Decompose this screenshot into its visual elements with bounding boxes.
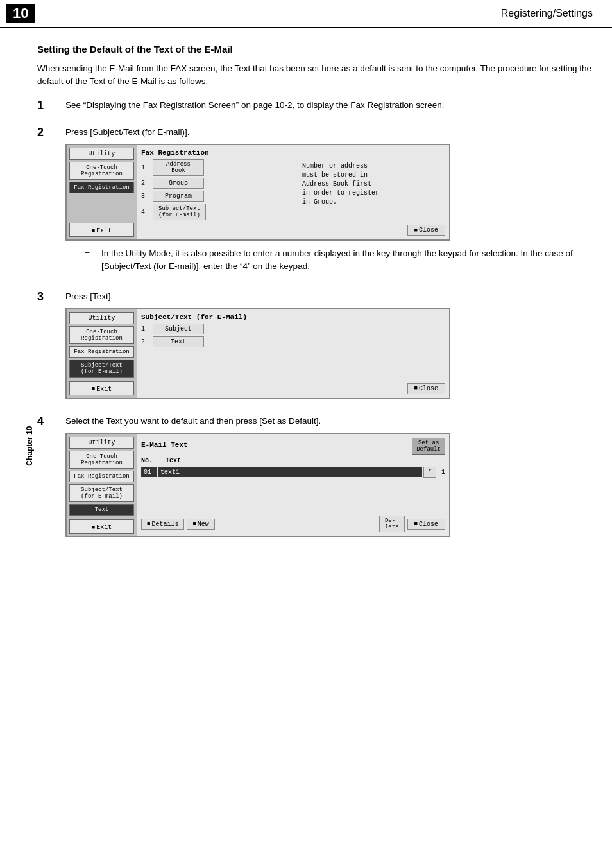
- step-1-text: See “Displaying the Fax Registration Scr…: [65, 99, 593, 112]
- left-sidebar: Chapter 10 Registering/Settings: [0, 35, 24, 856]
- screen2-row-2: 2 Text: [141, 336, 445, 347]
- row1-text: text1: [158, 467, 422, 477]
- screen2-nav: Utility One-TouchRegistration Fax Regist…: [67, 309, 137, 398]
- screen2-main: Subject/Text (for E-Mail) 1 Subject 2 Te…: [137, 309, 449, 398]
- screen1-btn-subject[interactable]: Subject/Text(for E-mail): [153, 204, 206, 220]
- screen2-title: Subject/Text (for E-Mail): [141, 313, 445, 321]
- screen1-btn-program[interactable]: Program: [153, 191, 204, 202]
- step-2-number: 2: [37, 126, 55, 139]
- step-3-text: Press [Text].: [65, 290, 593, 303]
- screen3-nav: Utility One-TouchRegistration Fax Regist…: [67, 434, 137, 536]
- step-2: 2 Press [Subject/Text (for E-mail)]. Uti…: [37, 126, 593, 281]
- screen2-footer: ■ Close: [141, 381, 445, 394]
- screen3-right-footer: De-lete ■ Close: [379, 516, 445, 532]
- step-4-number: 4: [37, 415, 55, 428]
- delete-btn[interactable]: De-lete: [379, 516, 405, 532]
- screen1-close-btn[interactable]: ■ Close: [407, 225, 445, 236]
- note-dash-symbol: –: [85, 247, 95, 273]
- screen3-nav-subject[interactable]: Subject/Text(for E-mail): [69, 484, 134, 502]
- screen1-nav-utility[interactable]: Utility: [69, 148, 134, 160]
- step-3: 3 Press [Text]. Utility One-TouchRegistr…: [37, 290, 593, 406]
- section-heading: Setting the Default of the Text of the E…: [37, 44, 593, 55]
- step-3-number: 3: [37, 290, 55, 304]
- header-title: Registering/Settings: [501, 8, 593, 19]
- step-4-text: Select the Text you want to default and …: [65, 415, 593, 428]
- email-table-row-1: 01 text1 * 1: [141, 467, 445, 478]
- screen-mockup-1: Utility One-TouchRegistration Fax Regist…: [65, 144, 450, 241]
- screen3-footer: ■ Details ■ New De-lete ■ Close: [141, 513, 445, 532]
- details-btn[interactable]: ■ Details: [141, 519, 184, 530]
- screen3-title: E-Mail Text: [141, 441, 188, 449]
- intro-text: When sending the E-Mail from the FAX scr…: [37, 62, 593, 89]
- table-header-text: Text: [166, 457, 181, 464]
- row1-page: 1: [438, 469, 445, 476]
- screen1-nav-faxreg[interactable]: Fax Registration: [69, 182, 134, 193]
- new-btn[interactable]: ■ New: [187, 519, 214, 530]
- screen1-row-4: 4 Subject/Text(for E-mail): [141, 204, 291, 220]
- step-2-note: – In the Utility Mode, it is also possib…: [85, 247, 574, 273]
- step-1-number: 1: [37, 99, 55, 112]
- page-header: 10 Registering/Settings: [0, 0, 612, 28]
- screen1-info-text: Number or addressmust be stored inAddres…: [302, 162, 445, 207]
- screen2-nav-subject[interactable]: Subject/Text(for E-mail): [69, 360, 134, 378]
- screen2-btn-text[interactable]: Text: [153, 336, 204, 347]
- step-1: 1 See “Displaying the Fax Registration S…: [37, 99, 593, 117]
- screen3-header: E-Mail Text Set asDefault: [141, 438, 445, 455]
- step-4-content: Select the Text you want to default and …: [65, 415, 593, 544]
- screen3-nav-onetouch[interactable]: One-TouchRegistration: [69, 451, 134, 469]
- screen2-btn-subject[interactable]: Subject: [153, 324, 204, 334]
- step-1-content: See “Displaying the Fax Registration Scr…: [65, 99, 593, 117]
- row1-num: 01: [141, 467, 157, 477]
- screen1-main: Fax Registration 1 AddressBook 2 Group: [137, 145, 449, 239]
- screen3-footer-btns: ■ Details ■ New: [141, 519, 215, 530]
- screen1-nav: Utility One-TouchRegistration Fax Regist…: [67, 145, 137, 239]
- step-3-content: Press [Text]. Utility One-TouchRegistrat…: [65, 290, 593, 406]
- screen3-exit-btn[interactable]: ■ Exit: [69, 519, 134, 534]
- screen3-close-btn[interactable]: ■ Close: [407, 519, 445, 530]
- screen1-btn-group[interactable]: Group: [153, 178, 204, 189]
- screen1-row-1: 1 AddressBook: [141, 159, 291, 176]
- table-header-no: No.: [141, 457, 153, 464]
- screen2-nav-faxreg[interactable]: Fax Registration: [69, 346, 134, 358]
- screen1-row-3: 3 Program: [141, 191, 291, 202]
- screen1-footer: ■ Close: [141, 222, 445, 236]
- screen3-nav-faxreg[interactable]: Fax Registration: [69, 471, 134, 482]
- screen1-btn-address[interactable]: AddressBook: [153, 159, 204, 176]
- screen3-nav-utility[interactable]: Utility: [69, 437, 134, 449]
- step-2-content: Press [Subject/Text (for E-mail)]. Utili…: [65, 126, 593, 281]
- screen2-nav-utility[interactable]: Utility: [69, 312, 134, 324]
- screen3-nav-text[interactable]: Text: [69, 504, 134, 516]
- screen1-exit-btn[interactable]: ■ Exit: [69, 223, 134, 237]
- row1-star: *: [423, 467, 436, 478]
- screen2-nav-onetouch[interactable]: One-TouchRegistration: [69, 326, 134, 344]
- screen3-main: E-Mail Text Set asDefault No. Text 01 te…: [137, 434, 449, 536]
- screen1-title: Fax Registration: [141, 149, 445, 157]
- step-4: 4 Select the Text you want to default an…: [37, 415, 593, 544]
- chapter-number: 10: [6, 4, 35, 23]
- screen2-row-1: 1 Subject: [141, 324, 445, 334]
- sidebar-chapter-label: Chapter 10: [25, 426, 34, 465]
- step-2-text: Press [Subject/Text (for E-mail)].: [65, 126, 593, 139]
- note-dash-text: In the Utility Mode, it is also possible…: [101, 247, 574, 273]
- screen-mockup-3: Utility One-TouchRegistration Fax Regist…: [65, 433, 450, 537]
- screen2-close-btn[interactable]: ■ Close: [407, 383, 445, 394]
- set-default-btn[interactable]: Set asDefault: [412, 438, 445, 455]
- screen2-exit-btn[interactable]: ■ Exit: [69, 381, 134, 395]
- screen1-row-2: 2 Group: [141, 178, 291, 189]
- screen1-nav-onetouch[interactable]: One-TouchRegistration: [69, 162, 134, 180]
- main-content: Setting the Default of the Text of the E…: [24, 35, 612, 856]
- screen-mockup-2: Utility One-TouchRegistration Fax Regist…: [65, 308, 450, 399]
